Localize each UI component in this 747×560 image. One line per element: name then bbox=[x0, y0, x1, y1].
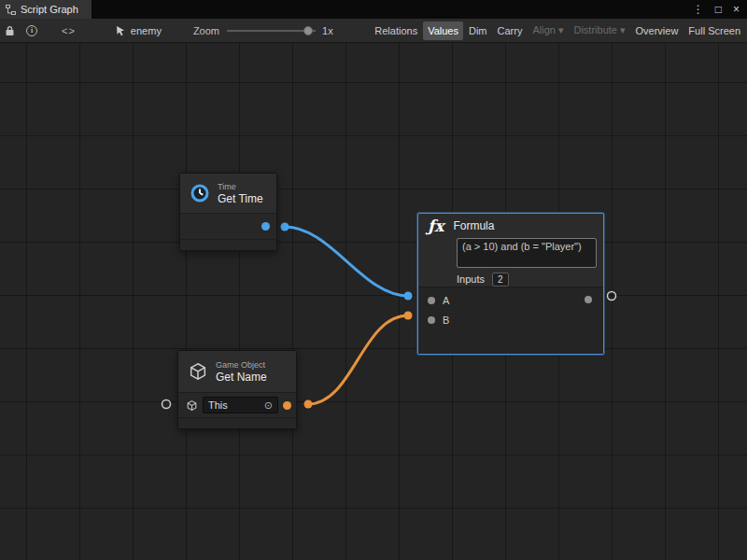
get-time-output-port[interactable] bbox=[261, 222, 270, 231]
get-time-footer bbox=[180, 239, 276, 250]
port-a-label: A bbox=[443, 295, 449, 306]
wires-layer bbox=[0, 43, 747, 560]
formula-expression-input[interactable]: (a > 10) and (b = "Player") bbox=[457, 238, 597, 268]
carry-button[interactable]: Carry bbox=[493, 21, 528, 40]
node-title: Get Name bbox=[216, 371, 267, 384]
distribute-dropdown[interactable]: Distribute ▾ bbox=[569, 21, 629, 40]
target-value: This bbox=[208, 399, 228, 411]
maximize-icon[interactable]: □ bbox=[715, 4, 722, 15]
cube-icon-small bbox=[186, 399, 198, 412]
zoom-label: Zoom bbox=[193, 25, 219, 36]
node-get-name[interactable]: Game Object Get Name This ⊙ bbox=[177, 350, 297, 429]
values-button[interactable]: Values bbox=[423, 21, 463, 40]
wire-start-dot-blue[interactable] bbox=[281, 223, 289, 231]
port-a-dot[interactable] bbox=[428, 297, 435, 304]
port-row-b: B bbox=[418, 310, 603, 329]
toolbar: i <> enemy Zoom 1x Relations Values Dim … bbox=[0, 19, 747, 43]
cube-icon bbox=[188, 361, 208, 382]
formula-input-a-port[interactable] bbox=[404, 292, 413, 301]
zoom-slider[interactable] bbox=[227, 24, 316, 37]
graph-name: enemy bbox=[131, 25, 162, 36]
port-b-dot[interactable] bbox=[428, 316, 435, 324]
menu-icon[interactable]: ⋮ bbox=[693, 4, 704, 15]
formula-inputs-label: Inputs bbox=[457, 273, 485, 285]
get-time-header: Time Get Time bbox=[180, 174, 276, 214]
overview-button[interactable]: Overview bbox=[631, 21, 684, 40]
graph-canvas[interactable]: Time Get Time ƒx Formula (a > 10) and (b… bbox=[0, 43, 747, 560]
full-screen-button[interactable]: Full Screen bbox=[684, 21, 745, 40]
get-name-target-field[interactable]: This ⊙ bbox=[203, 397, 278, 413]
wire-get-time-to-formula-a[interactable] bbox=[285, 227, 408, 296]
zoom-value: 1x bbox=[322, 25, 333, 36]
align-dropdown[interactable]: Align ▾ bbox=[528, 21, 568, 40]
code-icon[interactable]: <> bbox=[62, 25, 76, 36]
info-icon[interactable]: i bbox=[26, 25, 37, 36]
get-name-body: This ⊙ bbox=[178, 393, 296, 417]
node-title: Get Time bbox=[218, 192, 263, 205]
node-title: Formula bbox=[453, 219, 494, 232]
get-name-output-port[interactable] bbox=[283, 401, 291, 410]
graph-breadcrumb[interactable]: enemy bbox=[115, 25, 162, 36]
get-name-footer bbox=[178, 417, 296, 428]
formula-expression-row: (a > 10) and (b = "Player") bbox=[418, 236, 603, 272]
close-icon[interactable]: × bbox=[733, 4, 740, 15]
get-name-header: Game Object Get Name bbox=[178, 351, 296, 393]
formula-fx-icon: ƒx bbox=[428, 217, 444, 235]
port-b-label: B bbox=[443, 315, 449, 326]
dim-button[interactable]: Dim bbox=[464, 21, 492, 40]
tab-title: Script Graph bbox=[21, 4, 78, 15]
node-formula[interactable]: ƒx Formula (a > 10) and (b = "Player") I… bbox=[417, 213, 604, 355]
toolbar-buttons: Relations Values Dim Carry Align ▾ Distr… bbox=[370, 21, 745, 40]
get-time-body bbox=[180, 214, 276, 239]
script-graph-icon bbox=[6, 5, 16, 15]
node-category: Game Object bbox=[216, 360, 267, 371]
relations-button[interactable]: Relations bbox=[370, 21, 422, 40]
window-controls: ⋮ □ × bbox=[693, 0, 747, 19]
pointer-icon bbox=[115, 25, 126, 36]
formula-result-port[interactable] bbox=[608, 292, 616, 301]
get-name-target-port[interactable] bbox=[162, 400, 171, 409]
wire-start-dot-orange[interactable] bbox=[304, 400, 313, 409]
formula-input-b-port[interactable] bbox=[404, 312, 413, 320]
wire-get-name-to-formula-b[interactable] bbox=[308, 315, 408, 404]
lock-icon[interactable] bbox=[5, 25, 15, 36]
object-picker-icon[interactable]: ⊙ bbox=[264, 399, 273, 412]
formula-result-dot[interactable] bbox=[585, 296, 592, 303]
clock-icon bbox=[190, 183, 210, 203]
formula-ports: A B bbox=[418, 287, 603, 354]
zoom-slider-handle[interactable] bbox=[303, 26, 313, 35]
formula-header: ƒx Formula bbox=[418, 214, 603, 236]
script-graph-window: Script Graph ⋮ □ × i <> enemy Zoom bbox=[0, 0, 747, 560]
port-row-a: A bbox=[418, 290, 603, 310]
formula-inputs-row: Inputs 2 bbox=[418, 272, 603, 287]
titlebar: Script Graph ⋮ □ × bbox=[0, 0, 747, 19]
node-get-time[interactable]: Time Get Time bbox=[179, 173, 277, 251]
node-category: Time bbox=[218, 182, 263, 192]
tab-script-graph[interactable]: Script Graph bbox=[0, 0, 92, 19]
zoom-slider-track bbox=[227, 30, 316, 32]
formula-inputs-count[interactable]: 2 bbox=[492, 273, 509, 287]
